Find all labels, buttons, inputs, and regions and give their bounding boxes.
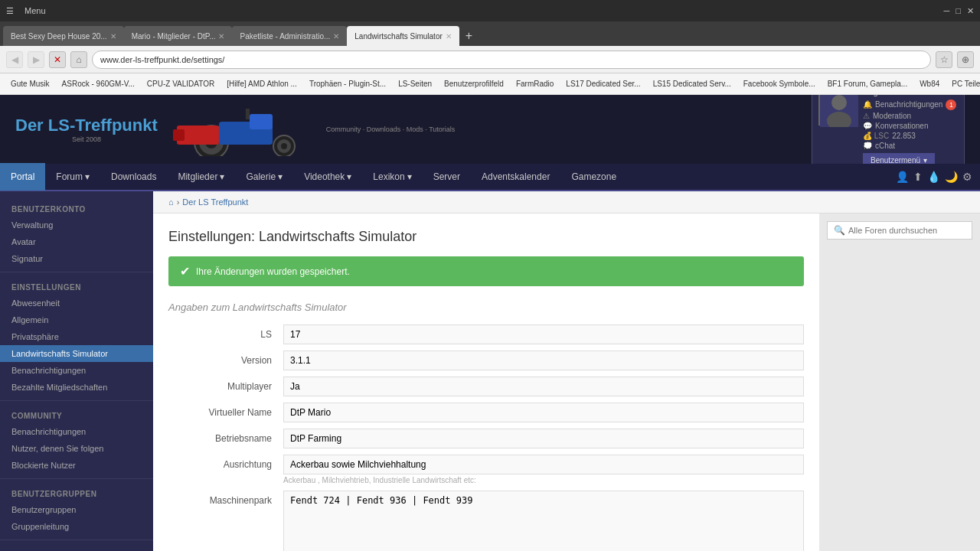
bookmark-benutzerprofilfeld[interactable]: Benutzerprofilfeld	[439, 78, 508, 90]
minimize-button[interactable]: ─	[944, 6, 950, 15]
sidebar-item-verwaltung[interactable]: Verwaltung	[0, 217, 153, 233]
forum-dropdown-icon: ▾	[85, 171, 90, 182]
address-bar[interactable]: www.der-ls-treffpunkt.de/settings/	[92, 51, 931, 69]
upload-icon[interactable]: ⬆	[913, 171, 923, 183]
cchat-label: cChat	[875, 142, 895, 150]
bell-icon: 🔔	[863, 100, 872, 109]
version-input[interactable]	[283, 350, 804, 370]
breadcrumb-site[interactable]: Der LS Treffpunkt	[182, 197, 248, 207]
sidebar-item-avatar[interactable]: Avatar	[0, 233, 153, 250]
nav-galerie[interactable]: Galerie ▾	[235, 163, 293, 191]
sidebar-item-benutzergruppen[interactable]: Benutzergruppen	[0, 501, 153, 518]
nav-server[interactable]: Server	[423, 163, 471, 191]
sidebar-item-nutzer-folgen[interactable]: Nutzer, denen Sie folgen	[0, 440, 153, 457]
cchat-icon: 💭	[863, 142, 872, 150]
star-button[interactable]: ☆	[936, 51, 952, 68]
tab-2[interactable]: Mario - Mitglieder - DtP... ✕	[124, 26, 233, 46]
bookmark-amd[interactable]: [Hilfe] AMD Athlon ...	[222, 78, 302, 90]
extensions-button[interactable]: ⊕	[957, 51, 974, 68]
nav-adventskalender[interactable]: Adventskalender	[471, 163, 560, 191]
bookmark-gute-musik[interactable]: Gute Musik	[6, 78, 54, 90]
bookmark-ls15[interactable]: LS15 Dedicated Serv...	[648, 78, 736, 90]
sidebar-item-benachrichtigungen2[interactable]: Benachrichtigungen	[0, 423, 153, 440]
menu-button[interactable]: ☰	[6, 6, 14, 16]
bookmark-farmradio[interactable]: FarmRadio	[511, 78, 558, 90]
sidebar-item-gruppenleitung[interactable]: Gruppenleitung	[0, 518, 153, 535]
back-button[interactable]: ◀	[6, 51, 23, 68]
bookmark-wb84[interactable]: Wb84	[915, 78, 944, 90]
main-navigation: Portal Forum ▾ Downloads Mitglieder ▾ Ga…	[0, 164, 980, 191]
nav-downloads[interactable]: Downloads	[100, 163, 167, 191]
tab-3-label: Paketliste - Administratio...	[240, 32, 330, 41]
close-button[interactable]: ✕	[967, 6, 974, 16]
user-icon[interactable]: 👤	[896, 171, 909, 183]
form-row-ausrichtung: Ausrichtung Ackerbau , Milchviehtrieb, I…	[168, 455, 804, 484]
tab-4[interactable]: Landwirtschafts Simulator ✕	[347, 26, 459, 46]
nav-server-label: Server	[433, 171, 460, 182]
sidebar-item-allgemein[interactable]: Allgemein	[0, 311, 153, 328]
right-panel: 🔍	[819, 214, 980, 551]
bookmark-asrock[interactable]: ASRock - 960GM-V...	[57, 78, 139, 90]
forward-button[interactable]: ▶	[28, 51, 44, 68]
ausrichtung-label: Ausrichtung	[168, 455, 283, 470]
bookmark-facebook[interactable]: Facebook Symbole...	[739, 78, 820, 90]
breadcrumb-home-icon[interactable]: ⌂	[168, 197, 174, 207]
multiplayer-input[interactable]	[283, 377, 804, 396]
new-tab-button[interactable]: +	[459, 26, 479, 46]
user-avatar	[818, 95, 857, 126]
nav-forum[interactable]: Forum ▾	[45, 163, 100, 191]
tab-2-close[interactable]: ✕	[218, 32, 224, 41]
virtueller-name-label: Virtueller Name	[168, 403, 283, 418]
virtueller-name-input[interactable]	[283, 403, 804, 422]
sidebar-section-einstellungen: EINSTELLUNGEN	[0, 277, 153, 295]
nav-lexikon[interactable]: Lexikon ▾	[362, 163, 422, 191]
nav-portal-label: Portal	[11, 171, 34, 182]
version-field	[283, 350, 804, 370]
bookmark-ls17[interactable]: LS17 Dedicated Ser...	[561, 78, 645, 90]
bookmark-cpuz[interactable]: CPU-Z VALIDATOR	[142, 78, 219, 90]
drop-icon[interactable]: 💧	[927, 171, 940, 183]
logged-in-label: Angemeldet als Mario.	[863, 95, 958, 96]
sidebar-item-abwesenheit[interactable]: Abwesenheit	[0, 295, 153, 311]
sidebar-divider-1	[0, 272, 153, 272]
settings-title: Einstellungen: Landwirtschafts Simulator	[168, 229, 804, 245]
maximize-button[interactable]: □	[956, 6, 961, 15]
tab-3-close[interactable]: ✕	[333, 32, 339, 41]
search-box[interactable]: 🔍	[827, 221, 972, 240]
reload-button[interactable]: ✕	[49, 51, 66, 68]
bookmark-bf1[interactable]: BF1 Forum, Gamepla...	[823, 78, 912, 90]
night-mode-icon[interactable]: 🌙	[945, 171, 958, 183]
nav-videothek[interactable]: Videothek ▾	[293, 163, 362, 191]
svg-rect-10	[173, 129, 185, 141]
conversations-icon: 💬	[863, 122, 872, 130]
tab-1-label: Best Sexy Deep House 20...	[11, 32, 107, 41]
maschinenpark-input[interactable]: Fendt 724 | Fendt 936 | Fendt 939	[283, 491, 804, 551]
bookmark-ls-seiten[interactable]: LS-Seiten	[394, 78, 436, 90]
betriebsname-input[interactable]	[283, 429, 804, 448]
sidebar-item-landwirtschafts-simulator[interactable]: Landwirtschafts Simulator	[0, 345, 153, 362]
bookmark-trophaeen[interactable]: Trophäen - Plugin-St...	[305, 78, 390, 90]
sidebar-item-blockierte-nutzer[interactable]: Blockierte Nutzer	[0, 457, 153, 474]
settings-icon[interactable]: ⚙	[962, 171, 972, 183]
home-button[interactable]: ⌂	[70, 51, 87, 68]
nav-portal[interactable]: Portal	[0, 163, 45, 191]
ausrichtung-input[interactable]	[283, 455, 804, 474]
nav-gamezone[interactable]: Gamezone	[560, 163, 627, 191]
sidebar-item-privatsphaere[interactable]: Privatsphäre	[0, 328, 153, 345]
nav-galerie-label: Galerie	[246, 171, 276, 182]
lsc-label: 💰 LSC	[863, 132, 889, 140]
nav-mitglieder[interactable]: Mitglieder ▾	[167, 163, 235, 191]
tab-2-label: Mario - Mitglieder - DtP...	[132, 32, 216, 41]
success-icon: ✔	[180, 264, 190, 279]
search-input[interactable]	[848, 226, 965, 235]
tab-1[interactable]: Best Sexy Deep House 20... ✕	[3, 26, 124, 46]
bookmark-pc-teile[interactable]: PC Teile AMD	[947, 78, 980, 90]
tab-4-close[interactable]: ✕	[446, 32, 452, 41]
ls-input[interactable]	[283, 324, 804, 344]
version-label: Version	[168, 350, 283, 366]
tab-3[interactable]: Paketliste - Administratio... ✕	[232, 26, 347, 46]
tab-1-close[interactable]: ✕	[110, 32, 116, 41]
sidebar-item-benachrichtigungen[interactable]: Benachrichtigungen	[0, 362, 153, 379]
sidebar-item-bezahlte-mitgliedschaften[interactable]: Bezahlte Mitgliedschaften	[0, 379, 153, 396]
sidebar-item-signatur[interactable]: Signatur	[0, 250, 153, 267]
